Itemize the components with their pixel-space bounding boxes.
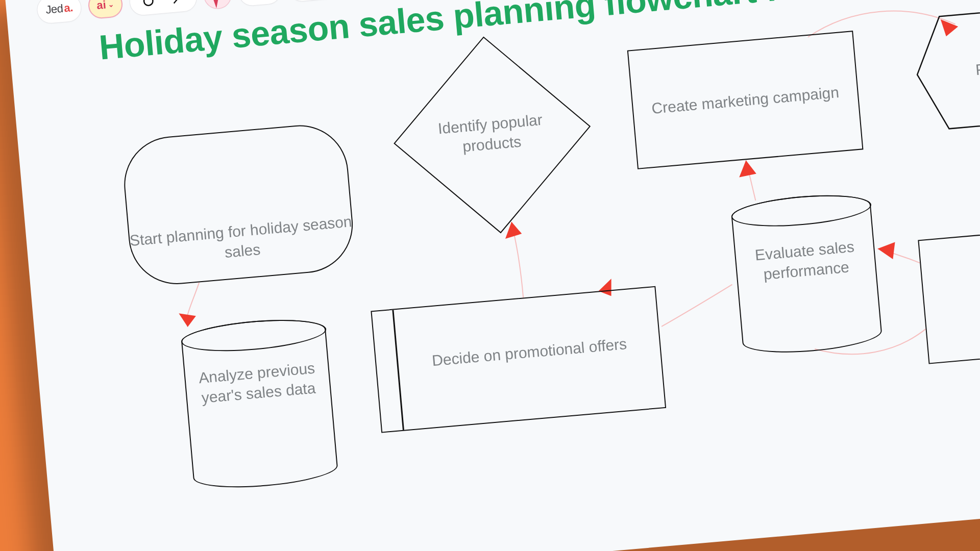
node-analyze[interactable]: Analyze previous year's sales data bbox=[180, 315, 339, 492]
shape-tools-group bbox=[128, 0, 198, 16]
history-group bbox=[287, 0, 353, 3]
svg-marker-13 bbox=[912, 4, 980, 131]
node-marketing[interactable]: Create marketing campaign bbox=[627, 31, 864, 169]
app-stage: Jeda. ai ⌄ bbox=[0, 0, 980, 551]
logo-accent: a. bbox=[63, 1, 74, 15]
svg-marker-10 bbox=[738, 160, 756, 178]
node-label: Evaluate sales performance bbox=[735, 235, 876, 286]
ai-menu-button[interactable]: ai ⌄ bbox=[87, 0, 124, 19]
app-logo[interactable]: Jeda. bbox=[36, 0, 83, 24]
node-identify[interactable]: Identify popular products bbox=[416, 59, 566, 209]
svg-point-1 bbox=[143, 0, 153, 6]
node-evaluate[interactable]: Evaluate sales performance bbox=[730, 190, 883, 357]
chevron-down-icon: ⌄ bbox=[108, 0, 114, 9]
add-shape-menu[interactable]: ⌄ bbox=[237, 0, 282, 7]
cursor-tool[interactable] bbox=[203, 0, 233, 10]
node-start[interactable]: Start planning for holiday season sales bbox=[120, 121, 357, 288]
node-prepare[interactable]: Prepare bbox=[911, 3, 980, 132]
node-decide[interactable]: Decide on promotional offers bbox=[371, 286, 666, 433]
ai-label: ai bbox=[96, 0, 107, 12]
node-label: Analyze previous year's sales data bbox=[185, 357, 331, 409]
pen-tool[interactable] bbox=[167, 0, 189, 10]
circle-tool[interactable] bbox=[137, 0, 159, 12]
logo-text: Jed bbox=[45, 2, 63, 17]
svg-marker-7 bbox=[179, 312, 197, 328]
whiteboard-panel: Jeda. ai ⌄ bbox=[0, 0, 980, 551]
svg-marker-11 bbox=[877, 242, 897, 260]
node-la[interactable]: La bbox=[918, 226, 980, 364]
node-label: Create marketing campaign bbox=[651, 82, 840, 118]
hexagon-shape bbox=[911, 3, 980, 132]
